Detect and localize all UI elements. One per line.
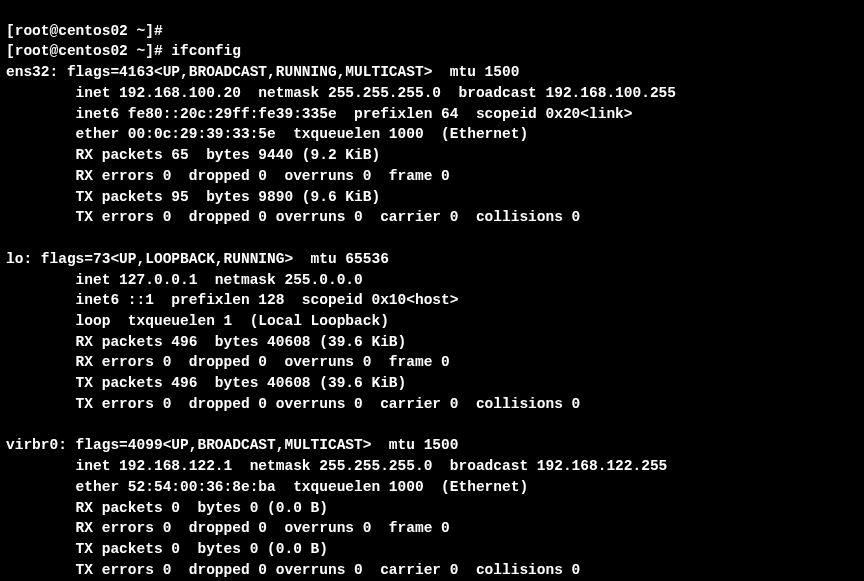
line-23: RX packets 0 bytes 0 (0.0 B) [6,500,328,516]
line-18: TX errors 0 dropped 0 overruns 0 carrier… [6,396,580,412]
line-7: RX errors 0 dropped 0 overruns 0 frame 0 [6,168,450,184]
line-11: lo: flags=73<UP,LOOPBACK,RUNNING> mtu 65… [6,251,389,267]
line-20: virbr0: flags=4099<UP,BROADCAST,MULTICAS… [6,437,458,453]
line-22: ether 52:54:00:36:8e:ba txqueuelen 1000 … [6,479,528,495]
prompt-line[interactable]: [root@centos02 ~]# ifconfig [6,43,241,59]
line-8: TX packets 95 bytes 9890 (9.6 KiB) [6,189,380,205]
line-13: inet6 ::1 prefixlen 128 scopeid 0x10<hos… [6,292,458,308]
line-24: RX errors 0 dropped 0 overruns 0 frame 0 [6,520,450,536]
line-16: RX errors 0 dropped 0 overruns 0 frame 0 [6,354,450,370]
terminal-output: [root@centos02 ~]# [root@centos02 ~]# if… [0,21,864,581]
line-12: inet 127.0.0.1 netmask 255.0.0.0 [6,272,363,288]
line-25: TX packets 0 bytes 0 (0.0 B) [6,541,328,557]
line-26: TX errors 0 dropped 0 overruns 0 carrier… [6,562,580,578]
line-17: TX packets 496 bytes 40608 (39.6 KiB) [6,375,406,391]
line-0: [root@centos02 ~]# [6,23,163,39]
line-14: loop txqueuelen 1 (Local Loopback) [6,313,389,329]
line-6: RX packets 65 bytes 9440 (9.2 KiB) [6,147,380,163]
line-3: inet 192.168.100.20 netmask 255.255.255.… [6,85,676,101]
line-2: ens32: flags=4163<UP,BROADCAST,RUNNING,M… [6,64,519,80]
line-4: inet6 fe80::20c:29ff:fe39:335e prefixlen… [6,106,633,122]
line-15: RX packets 496 bytes 40608 (39.6 KiB) [6,334,406,350]
line-5: ether 00:0c:29:39:33:5e txqueuelen 1000 … [6,126,528,142]
line-9: TX errors 0 dropped 0 overruns 0 carrier… [6,209,580,225]
line-21: inet 192.168.122.1 netmask 255.255.255.0… [6,458,667,474]
